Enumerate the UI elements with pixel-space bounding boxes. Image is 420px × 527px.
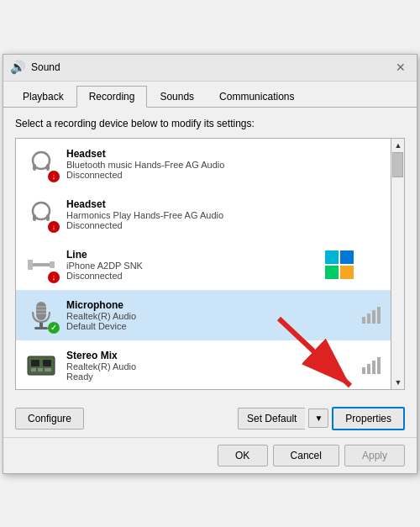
tile-q3 <box>325 266 339 279</box>
instruction-text: Select a recording device below to modif… <box>15 118 405 129</box>
svg-rect-6 <box>29 263 53 266</box>
tab-bar: Playback Recording Sounds Communications <box>3 82 417 108</box>
device-info-4: Microphone Realtek(R) Audio Default Devi… <box>66 299 362 331</box>
svg-rect-7 <box>28 260 33 270</box>
svg-rect-1 <box>33 164 36 171</box>
device-item-headset-bluetooth[interactable]: ↓ Headset Bluetooth music Hands-Free AG … <box>16 139 404 189</box>
set-default-arrow-button[interactable]: ▼ <box>308 408 328 428</box>
device-info-5: Stereo Mix Realtek(R) Audio Ready <box>66 350 362 382</box>
device-desc-2: Harmonics Play Hands-Free AG Audio <box>66 210 397 220</box>
device-list[interactable]: ↓ Headset Bluetooth music Hands-Free AG … <box>16 139 404 389</box>
device-item-microphone[interactable]: ✓ Microphone Realtek(R) Audio Default De… <box>16 290 404 340</box>
badge-disconnected-1: ↓ <box>48 171 60 182</box>
badge-disconnected-3: ↓ <box>48 271 60 283</box>
footer-buttons: OK Cancel Apply <box>3 437 417 473</box>
window-icon: 🔊 <box>10 60 26 75</box>
tab-communications[interactable]: Communications <box>207 86 307 108</box>
tab-sounds[interactable]: Sounds <box>147 86 207 108</box>
signal-bars-mic <box>362 307 381 324</box>
device-desc-1: Bluetooth music Hands-Free AG Audio <box>66 160 397 170</box>
device-item-line[interactable]: ↓ Line iPhone A2DP SNK Disconnected <box>16 240 404 290</box>
device-status-5: Ready <box>66 372 362 382</box>
close-button[interactable]: ✕ <box>391 58 410 76</box>
device-item-headset-harmonics[interactable]: ↓ Headset Harmonics Play Hands-Free AG A… <box>16 189 404 240</box>
configure-button[interactable]: Configure <box>15 408 84 430</box>
scroll-thumb-area <box>391 152 404 376</box>
window-title: Sound <box>31 61 60 73</box>
scroll-thumb[interactable] <box>392 152 403 177</box>
apply-button[interactable]: Apply <box>344 445 405 466</box>
bar-s1 <box>362 367 365 374</box>
bar-1 <box>362 317 365 324</box>
stereo-svg <box>24 353 58 378</box>
device-icon-line: ↓ <box>23 246 60 283</box>
device-item-stereo-mix[interactable]: Stereo Mix Realtek(R) Audio Ready <box>16 340 404 389</box>
device-icon-headset2: ↓ <box>23 196 60 233</box>
bar-s4 <box>377 357 381 374</box>
main-content: Select a recording device below to modif… <box>3 108 417 400</box>
svg-rect-18 <box>31 368 36 372</box>
device-list-outer: ↓ Headset Bluetooth music Hands-Free AG … <box>15 138 405 390</box>
svg-rect-2 <box>46 164 50 171</box>
device-list-container: ↓ Headset Bluetooth music Hands-Free AG … <box>15 138 405 390</box>
svg-rect-11 <box>36 302 46 320</box>
scrollbar: ▲ ▼ <box>391 139 404 389</box>
action-buttons: Configure Set Default ▼ Properties <box>3 400 417 437</box>
svg-rect-10 <box>34 327 48 329</box>
bar-4 <box>377 307 381 324</box>
scroll-down-button[interactable]: ▼ <box>391 376 405 389</box>
svg-rect-16 <box>31 360 39 366</box>
sound-dialog: 🔊 Sound ✕ Playback Recording Sounds Comm… <box>3 54 417 474</box>
windows-tile-icon <box>325 250 354 279</box>
svg-rect-5 <box>46 214 50 221</box>
bar-s3 <box>372 361 375 374</box>
signal-bars-stereo <box>362 357 381 374</box>
device-icon-mic: ✓ <box>23 297 60 334</box>
svg-rect-20 <box>45 368 51 372</box>
tile-q1 <box>325 250 339 264</box>
svg-rect-19 <box>38 368 43 372</box>
tile-q2 <box>340 250 354 264</box>
device-name-2: Headset <box>66 198 397 210</box>
tile-q4 <box>340 266 354 279</box>
device-icon-stereo <box>23 347 60 384</box>
cancel-button[interactable]: Cancel <box>273 445 339 466</box>
device-desc-5: Realtek(R) Audio <box>66 361 362 372</box>
badge-default-mic: ✓ <box>48 322 60 334</box>
device-status-2: Disconnected <box>66 220 397 230</box>
tab-recording[interactable]: Recording <box>76 86 148 108</box>
device-info-1: Headset Bluetooth music Hands-Free AG Au… <box>66 148 397 180</box>
device-status-4: Default Device <box>66 321 362 331</box>
title-bar-left: 🔊 Sound <box>10 60 60 75</box>
properties-button[interactable]: Properties <box>332 407 405 430</box>
bar-s2 <box>367 364 370 374</box>
device-info-2: Headset Harmonics Play Hands-Free AG Aud… <box>66 198 397 230</box>
badge-disconnected-2: ↓ <box>48 221 60 233</box>
svg-rect-8 <box>50 261 55 268</box>
device-name-4: Microphone <box>66 299 362 311</box>
ok-button[interactable]: OK <box>218 445 268 466</box>
svg-rect-4 <box>33 214 36 221</box>
svg-rect-17 <box>43 360 51 366</box>
set-default-button[interactable]: Set Default <box>238 408 305 430</box>
device-status-1: Disconnected <box>66 170 397 180</box>
device-icon-headset1: ↓ <box>23 145 60 182</box>
title-bar: 🔊 Sound ✕ <box>3 55 417 82</box>
tab-playback[interactable]: Playback <box>10 86 76 108</box>
scroll-up-button[interactable]: ▲ <box>391 139 405 152</box>
bar-2 <box>367 314 370 324</box>
device-name-5: Stereo Mix <box>66 350 362 361</box>
bar-3 <box>372 310 375 324</box>
device-desc-4: Realtek(R) Audio <box>66 311 362 321</box>
device-name-1: Headset <box>66 148 397 160</box>
